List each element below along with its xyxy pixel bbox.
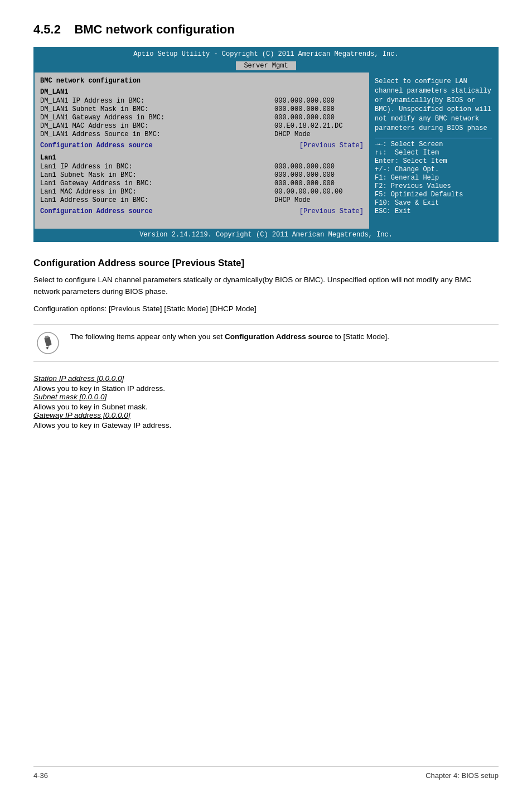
- sub-items: Station IP address [0.0.0.0] Allows you …: [33, 374, 499, 429]
- bios-lan1-value-0: 000.000.000.000: [274, 163, 364, 171]
- bios-tab-row: Server Mgmt: [35, 60, 497, 73]
- section-heading: BMC network configuration: [74, 22, 234, 36]
- bios-lan1-row-1: Lan1 Subnet Mask in BMC: 000.000.000.000: [40, 171, 364, 179]
- bios-dm-row-4: DM_LAN1 Address Source in BMC: DHCP Mode: [40, 131, 364, 138]
- bios-dm-row-0: DM_LAN1 IP Address in BMC: 000.000.000.0…: [40, 97, 364, 105]
- bios-dm-row-1: DM_LAN1 Subnet Mask in BMC: 000.000.000.…: [40, 105, 364, 113]
- bios-content: BMC network configuration DM_LAN1 DM_LAN…: [35, 73, 497, 229]
- bios-dm-label-1: DM_LAN1 Subnet Mask in BMC:: [40, 105, 274, 113]
- bios-dm-row-3: DM_LAN1 MAC Address in BMC: 00.E0.18.02.…: [40, 122, 364, 130]
- section-title: 4.5.2 BMC network configuration: [33, 22, 499, 37]
- doc-para2: Configuration options: [Previous State] …: [33, 303, 499, 315]
- bios-dm-value-4: DHCP Mode: [274, 131, 364, 138]
- sub-item-desc-2: Allows you to key in Gateway IP address.: [33, 421, 171, 429]
- bios-lan1-value-1: 000.000.000.000: [274, 171, 364, 179]
- bios-lan1-label-4: Lan1 Address Source in BMC:: [40, 196, 274, 204]
- note-box: The following items appear only when you…: [33, 324, 499, 362]
- bios-keybinds: →←: Select Screen ↑↓: Select Item Enter:…: [375, 141, 492, 215]
- sub-item-1: Subnet mask [0.0.0.0] Allows you to key …: [33, 393, 499, 411]
- footer-chapter: Chapter 4: BIOS setup: [425, 771, 499, 780]
- bios-right-panel: Select to configure LAN channel paramete…: [369, 73, 497, 229]
- bios-dm-label-3: DM_LAN1 MAC Address in BMC:: [40, 122, 274, 130]
- bios-dm-row-2: DM_LAN1 Gateway Address in BMC: 000.000.…: [40, 114, 364, 122]
- bios-lan1-label: Lan1: [40, 154, 364, 162]
- bios-keybind-2: Enter: Select Item: [375, 157, 492, 165]
- sub-item-title-0: Station IP address [0.0.0.0]: [33, 374, 499, 383]
- bios-left-panel: BMC network configuration DM_LAN1 DM_LAN…: [35, 73, 369, 229]
- sub-item-desc-0: Allows you to key in Station IP address.: [33, 384, 165, 393]
- bios-header: Aptio Setup Utility - Copyright (C) 2011…: [35, 48, 497, 60]
- pencil-icon: [36, 331, 60, 355]
- bios-dm-value-3: 00.E0.18.02.21.DC: [274, 122, 364, 130]
- bios-keybind-5: F2: Previous Values: [375, 182, 492, 190]
- bios-dm-label-4: DM_LAN1 Address Source in BMC:: [40, 131, 274, 138]
- bios-lan1-config-label: Configuration Address source: [40, 207, 299, 215]
- bios-lan1-config-row: Configuration Address source [Previous S…: [40, 207, 364, 215]
- bios-keybind-3: +/-: Change Opt.: [375, 166, 492, 173]
- doc-para1: Select to configure LAN channel paramete…: [33, 274, 499, 298]
- bios-main-title: BMC network configuration: [40, 77, 364, 85]
- sub-item-title-2: Gateway IP address [0.0.0.0]: [33, 411, 499, 419]
- bios-tab-server-mgmt[interactable]: Server Mgmt: [236, 61, 296, 70]
- bios-lan1-value-2: 000.000.000.000: [274, 180, 364, 187]
- bios-lan1-row-3: Lan1 MAC Address in BMC: 00.00.00.00.00.…: [40, 188, 364, 196]
- bios-dm-value-1: 000.000.000.000: [274, 105, 364, 113]
- bios-dm-config-row: Configuration Address source [Previous S…: [40, 142, 364, 149]
- bios-dm-value-2: 000.000.000.000: [274, 114, 364, 122]
- bios-footer: Version 2.14.1219. Copyright (C) 2011 Am…: [35, 229, 497, 241]
- bios-lan1-label-1: Lan1 Subnet Mask in BMC:: [40, 171, 274, 179]
- bios-lan1-label-0: Lan1 IP Address in BMC:: [40, 163, 274, 171]
- svg-marker-2: [46, 346, 50, 350]
- bios-lan1-config-value: [Previous State]: [299, 207, 364, 215]
- note-icon: [33, 331, 62, 355]
- section-number: 4.5.2: [33, 22, 61, 36]
- bios-header-text: Aptio Setup Utility - Copyright (C) 2011…: [133, 50, 398, 58]
- bios-keybind-0: →←: Select Screen: [375, 141, 492, 148]
- bios-keybind-4: F1: General Help: [375, 174, 492, 182]
- sub-item-title-1: Subnet mask [0.0.0.0]: [33, 393, 499, 401]
- sub-item-0: Station IP address [0.0.0.0] Allows you …: [33, 374, 499, 393]
- bios-dm-config-value: [Previous State]: [299, 142, 364, 149]
- bios-lan1-rows: Lan1 IP Address in BMC: 000.000.000.000 …: [40, 163, 364, 204]
- bios-dm-value-0: 000.000.000.000: [274, 97, 364, 105]
- bios-keybind-6: F5: Optimized Defaults: [375, 191, 492, 199]
- bios-lan1-row-2: Lan1 Gateway Address in BMC: 000.000.000…: [40, 180, 364, 187]
- sub-item-2: Gateway IP address [0.0.0.0] Allows you …: [33, 411, 499, 429]
- bios-dm-label-0: DM_LAN1 IP Address in BMC:: [40, 97, 274, 105]
- bios-lan1-label-2: Lan1 Gateway Address in BMC:: [40, 180, 274, 187]
- bios-dm-rows: DM_LAN1 IP Address in BMC: 000.000.000.0…: [40, 97, 364, 138]
- bios-lan1-value-3: 00.00.00.00.00.00: [274, 188, 364, 196]
- bios-keybind-separator: [375, 138, 492, 138]
- note-text: The following items appear only when you…: [70, 331, 389, 343]
- bios-screenshot: Aptio Setup Utility - Copyright (C) 2011…: [33, 47, 499, 242]
- note-bold-text: Configuration Address source: [225, 332, 333, 341]
- page-footer: 4-36 Chapter 4: BIOS setup: [33, 766, 499, 780]
- doc-config-title: Configuration Address source [Previous S…: [33, 258, 499, 269]
- bios-lan1-value-4: DHCP Mode: [274, 196, 364, 204]
- bios-help-text: Select to configure LAN channel paramete…: [375, 77, 492, 133]
- bios-lan1-row-0: Lan1 IP Address in BMC: 000.000.000.000: [40, 163, 364, 171]
- bios-dmlан1-label: DM_LAN1: [40, 88, 364, 96]
- bios-lan1-label-3: Lan1 MAC Address in BMC:: [40, 188, 274, 196]
- sub-item-desc-1: Allows you to key in Subnet mask.: [33, 403, 148, 411]
- note-text-prefix: The following items appear only when you…: [70, 332, 225, 341]
- bios-keybind-7: F10: Save & Exit: [375, 199, 492, 207]
- footer-page-number: 4-36: [33, 771, 48, 780]
- note-text-suffix: to [Static Mode].: [333, 332, 389, 341]
- bios-dm-label-2: DM_LAN1 Gateway Address in BMC:: [40, 114, 274, 122]
- bios-lan1-row-4: Lan1 Address Source in BMC: DHCP Mode: [40, 196, 364, 204]
- bios-keybind-8: ESC: Exit: [375, 207, 492, 215]
- bios-keybind-1: ↑↓: Select Item: [375, 149, 492, 157]
- bios-dm-config-label: Configuration Address source: [40, 142, 299, 149]
